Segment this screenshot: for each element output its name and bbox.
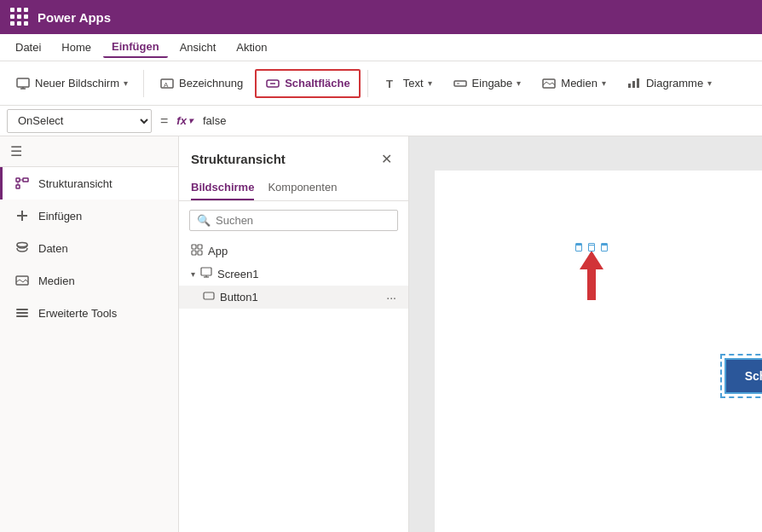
toolbar-btn-eingabe[interactable]: Eingabe ▾ — [444, 71, 530, 96]
svg-rect-33 — [204, 292, 214, 299]
tree-panel: Strukturansicht ✕ Bildschirme Komponente… — [179, 136, 409, 532]
toolbar-btn-text[interactable]: T Text ▾ — [375, 71, 441, 96]
svg-rect-11 — [628, 84, 631, 88]
canvas-white — [435, 171, 762, 532]
tree-search-input[interactable] — [216, 214, 390, 227]
screen1-expand-icon: ▾ — [191, 269, 195, 279]
tree-tab-bildschirme[interactable]: Bildschirme — [191, 176, 254, 200]
arrow-shaft — [587, 269, 596, 300]
tree-search-box: 🔍 — [189, 210, 398, 231]
einfuegen-icon — [14, 208, 30, 223]
title-bar: Power Apps — [0, 0, 762, 34]
svg-rect-26 — [192, 245, 196, 249]
svg-rect-27 — [198, 245, 202, 249]
medien-dropdown-icon: ▾ — [602, 78, 606, 88]
text-dropdown-icon: ▾ — [428, 78, 432, 88]
toolbar-btn-medien[interactable]: Medien ▾ — [533, 71, 615, 96]
formula-fx-label: fx — [176, 114, 187, 127]
screen-icon — [200, 267, 212, 281]
sidebar-item-daten[interactable]: Daten — [0, 232, 178, 264]
medien-label: Medien — [561, 77, 597, 90]
app-grid-icon[interactable] — [10, 8, 29, 26]
formula-property-select[interactable]: OnSelect — [7, 109, 152, 133]
svg-rect-12 — [632, 81, 635, 88]
eingabe-dropdown-icon: ▾ — [517, 78, 521, 88]
tree-close-button[interactable]: ✕ — [376, 148, 396, 169]
sidebar-item-label-einfuegen: Einfügen — [38, 210, 82, 223]
daten-icon — [14, 240, 30, 256]
tree-panel-title: Strukturansicht — [191, 152, 286, 166]
menu-item-home[interactable]: Home — [53, 38, 100, 57]
tree-node-screen1[interactable]: ▾ Screen1 — [179, 263, 408, 286]
red-arrow-container — [580, 251, 603, 300]
handle-bl[interactable] — [575, 245, 582, 252]
canvas-button-container: Schaltfläche — [580, 247, 603, 300]
svg-rect-18 — [16, 185, 20, 188]
button-icon — [203, 290, 215, 304]
tree-tabs: Bildschirme Komponenten — [179, 176, 408, 201]
toolbar-btn-neuer-bildschirm[interactable]: Neuer Bildschirm ▾ — [7, 71, 136, 96]
svg-text:T: T — [386, 78, 393, 90]
sidebar-item-strukturansicht[interactable]: Strukturansicht — [0, 167, 178, 200]
ruler-top — [409, 136, 762, 171]
toolbar-btn-diagramme[interactable]: Diagramme ▾ — [618, 71, 720, 96]
sidebar-item-label-medien: Medien — [38, 275, 75, 287]
tree-node-button1[interactable]: Button1 ··· — [179, 286, 408, 309]
menu-item-ansicht[interactable]: Ansicht — [171, 38, 225, 57]
formula-equals-sign: = — [157, 113, 171, 129]
diagramme-icon — [626, 76, 642, 91]
sidebar-item-erweiterte-tools[interactable]: Erweiterte Tools — [0, 297, 178, 329]
tree-node-screen1-label: Screen1 — [217, 268, 258, 280]
canvas-area[interactable]: Schaltfläche — [409, 136, 762, 532]
svg-rect-8 — [454, 81, 466, 86]
sidebar-item-einfuegen[interactable]: Einfügen — [0, 200, 178, 232]
medien-icon — [541, 76, 557, 91]
sidebar-item-label-strukturansicht: Strukturansicht — [38, 177, 113, 190]
svg-text:A: A — [164, 81, 169, 89]
svg-rect-14 — [16, 178, 20, 182]
schaltflaeche-label: Schaltfläche — [285, 77, 350, 90]
sidebar-header: ☰ — [0, 136, 178, 167]
strukturansicht-icon — [14, 176, 30, 191]
menu-item-aktion[interactable]: Aktion — [228, 38, 275, 57]
menu-bar: Datei Home Einfügen Ansicht Aktion — [0, 34, 762, 61]
diagramme-label: Diagramme — [646, 77, 703, 90]
canvas-schaltflaeche-button[interactable]: Schaltfläche — [724, 358, 762, 394]
formula-input[interactable] — [198, 109, 755, 133]
medien-sidebar-icon — [14, 273, 30, 288]
handle-bm[interactable] — [588, 245, 595, 252]
arrow-head-icon — [580, 251, 603, 269]
svg-rect-13 — [637, 78, 639, 88]
schaltflaeche-icon — [265, 76, 280, 91]
main-layout: ☰ Strukturansicht Einfügen Daten Medien — [0, 136, 762, 532]
bezeichnung-icon: A — [159, 76, 175, 91]
ruler-left — [409, 136, 435, 532]
toolbar-divider-2 — [367, 70, 368, 97]
tree-node-button1-label: Button1 — [220, 291, 258, 304]
svg-rect-28 — [192, 251, 196, 255]
app-name: Power Apps — [38, 10, 111, 25]
menu-item-datei[interactable]: Datei — [7, 38, 49, 57]
tree-node-app[interactable]: App — [179, 240, 408, 263]
toolbar-btn-bezeichnung[interactable]: A Bezeichnung — [151, 71, 251, 96]
formula-fx-button[interactable]: fx ▾ — [176, 114, 193, 127]
button1-more-icon[interactable]: ··· — [386, 291, 396, 304]
toolbar-btn-schaltflaeche[interactable]: Schaltfläche — [255, 69, 361, 98]
app-icon — [191, 244, 203, 258]
bezeichnung-label: Bezeichnung — [179, 77, 243, 90]
hamburger-icon[interactable]: ☰ — [10, 143, 22, 159]
tree-panel-header: Strukturansicht ✕ — [179, 136, 408, 176]
tools-icon — [14, 305, 30, 321]
toolbar: Neuer Bildschirm ▾ A Bezeichnung Schaltf… — [0, 61, 762, 106]
neuer-bildschirm-dropdown-icon: ▾ — [124, 78, 128, 88]
sidebar-item-label-tools: Erweiterte Tools — [38, 307, 117, 320]
sidebar-item-medien[interactable]: Medien — [0, 264, 178, 297]
formula-fx-chevron: ▾ — [188, 116, 193, 125]
tree-node-app-label: App — [208, 245, 228, 257]
sidebar-item-label-daten: Daten — [38, 242, 68, 255]
svg-rect-25 — [16, 315, 28, 317]
handle-br[interactable] — [601, 245, 608, 252]
tree-tab-komponenten[interactable]: Komponenten — [268, 176, 337, 200]
menu-item-einfuegen[interactable]: Einfügen — [103, 37, 168, 58]
sidebar: ☰ Strukturansicht Einfügen Daten Medien — [0, 136, 179, 532]
